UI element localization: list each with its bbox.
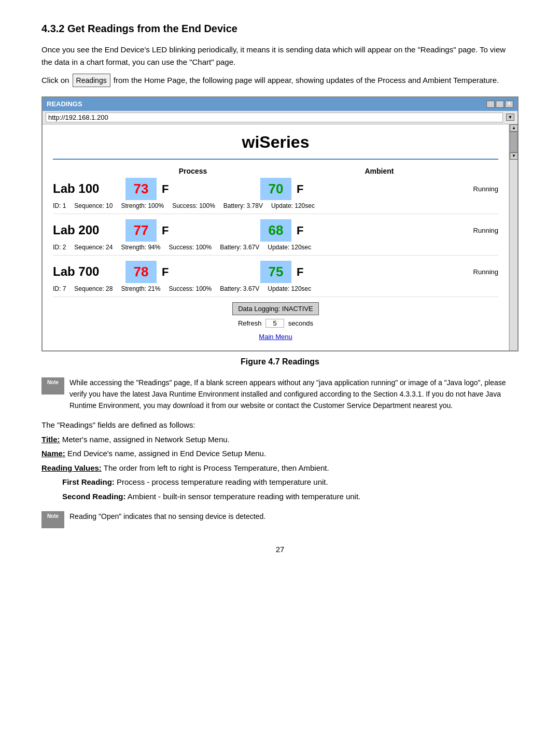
def-second-reading: Second Reading: Ambient - built-in senso…	[41, 490, 519, 503]
lab-block: Lab 100 73 F 70 F Running ID: 1 Sequence…	[53, 178, 498, 214]
def-title-text: Meter's name, assigned in Network Setup …	[62, 435, 230, 444]
note2-text: Reading "Open" indicates that no sensing…	[69, 511, 265, 523]
ambient-unit: F	[297, 222, 303, 239]
lab-battery: Battery: 3.78V	[223, 201, 263, 210]
lab-battery: Battery: 3.67V	[220, 243, 259, 252]
lab-update: Update: 120sec	[268, 284, 311, 293]
note2-icon: Note	[41, 511, 64, 528]
data-logging-button[interactable]: Data Logging: INACTIVE	[232, 302, 319, 316]
window-title: READINGS	[47, 99, 82, 109]
status-label: Running	[473, 226, 498, 236]
lab-strength: Strength: 21%	[121, 284, 160, 293]
process-unit: F	[162, 263, 169, 280]
note1-icon-triangle	[48, 387, 58, 393]
scrollbar[interactable]: ▲ ▼	[509, 124, 517, 351]
lab-strength: Strength: 94%	[121, 243, 160, 252]
process-unit: F	[162, 222, 169, 239]
lab-row-main: Lab 700 78 F 75 F Running	[53, 261, 498, 283]
note1-box: Note While accessing the "Readings" page…	[41, 377, 519, 411]
lab-sequence: Sequence: 24	[74, 243, 113, 252]
bottom-section: Data Logging: INACTIVE Refresh seconds M…	[53, 302, 498, 343]
note1-text: While accessing the "Readings" page, If …	[69, 377, 519, 411]
column-headers: Process Ambient	[53, 166, 498, 177]
section-heading: 4.3.2 Get Readings from the End Device	[41, 21, 519, 36]
wiseries-title: wiSeries	[53, 130, 498, 160]
process-unit: F	[162, 180, 169, 198]
def-title: Title: Meter's name, assigned in Network…	[41, 433, 519, 446]
def-name-text: End Device's name, assigned in End Devic…	[67, 449, 266, 458]
process-value: 78	[125, 261, 157, 283]
lab-block: Lab 200 77 F 68 F Running ID: 2 Sequence…	[53, 219, 498, 256]
def-second-reading-term: Second Reading:	[62, 492, 126, 501]
ambient-unit: F	[297, 263, 303, 280]
scrollbar-thumb[interactable]	[510, 132, 517, 152]
intro2-suffix: from the Home Page, the following page w…	[114, 76, 499, 85]
def-name-term: Name:	[41, 449, 65, 458]
page-number: 27	[41, 544, 519, 556]
process-value-wrap: 78 F	[125, 261, 260, 283]
definitions-intro: The "Readings" fields are defined as fol…	[41, 418, 519, 432]
note1-icon: Note	[41, 377, 64, 395]
ambient-header: Ambient	[260, 166, 498, 177]
ambient-unit: F	[297, 180, 303, 198]
lab-name: Lab 200	[53, 221, 125, 240]
lab-id: ID: 7	[53, 284, 66, 293]
readings-inline-button: Readings	[73, 74, 110, 87]
lab-row-main: Lab 100 73 F 70 F Running	[53, 178, 498, 200]
def-reading-values-term: Reading Values:	[41, 463, 102, 472]
minimize-button[interactable]: -	[486, 101, 495, 108]
def-first-reading-text: Process - process temperature reading wi…	[117, 477, 328, 486]
window-titlebar: READINGS - □ ✕	[43, 97, 517, 111]
go-button[interactable]: ▼	[506, 114, 514, 121]
ambient-value-wrap: 70 F Running	[260, 178, 498, 200]
process-header: Process	[125, 166, 260, 177]
def-name: Name: End Device's name, assigned in End…	[41, 447, 519, 460]
main-menu-link[interactable]: Main Menu	[259, 333, 292, 341]
def-title-term: Title:	[41, 435, 60, 444]
lab-name: Lab 700	[53, 262, 125, 281]
ambient-value-wrap: 75 F Running	[260, 261, 498, 283]
refresh-label: Refresh	[238, 319, 262, 327]
lab-strength: Strength: 100%	[121, 201, 164, 210]
window-controls[interactable]: - □ ✕	[486, 101, 513, 108]
refresh-row: Refresh seconds	[53, 318, 498, 329]
refresh-unit: seconds	[288, 319, 313, 327]
lab-blocks-container: Lab 100 73 F 70 F Running ID: 1 Sequence…	[53, 178, 498, 297]
lab-sequence: Sequence: 28	[74, 284, 113, 293]
intro2-prefix: Click on	[41, 76, 69, 85]
intro-paragraph-1: Once you see the End Device's LED blinki…	[41, 44, 519, 68]
ambient-value: 70	[260, 178, 291, 200]
readings-window: READINGS - □ ✕ ▼ wiSeries Process Ambien…	[41, 96, 519, 351]
note2-box: Note Reading "Open" indicates that no se…	[41, 511, 519, 528]
status-label: Running	[473, 267, 498, 277]
maximize-button[interactable]: □	[496, 101, 504, 108]
ambient-value-wrap: 68 F Running	[260, 219, 498, 242]
lab-detail-row: ID: 2 Sequence: 24 Strength: 94% Success…	[53, 243, 498, 252]
address-bar[interactable]	[46, 112, 503, 122]
note2-icon-triangle	[48, 521, 58, 527]
process-value: 77	[125, 219, 157, 242]
lab-update: Update: 120sec	[271, 201, 315, 210]
lab-update: Update: 120sec	[268, 243, 311, 252]
scroll-down-button[interactable]: ▼	[510, 152, 518, 160]
lab-id: ID: 1	[53, 201, 66, 210]
lab-success: Success: 100%	[172, 201, 215, 210]
intro-paragraph-2: Click on Readings from the Home Page, th…	[41, 74, 519, 87]
close-button[interactable]: ✕	[505, 101, 513, 108]
def-first-reading-term: First Reading:	[62, 477, 115, 486]
figure-caption: Figure 4.7 Readings	[41, 356, 519, 368]
lab-block: Lab 700 78 F 75 F Running ID: 7 Sequence…	[53, 261, 498, 297]
lab-id: ID: 2	[53, 243, 66, 252]
window-content: wiSeries Process Ambient Lab 100 73 F 70…	[43, 124, 509, 351]
lab-name: Lab 100	[53, 179, 125, 198]
lab-success: Success: 100%	[169, 243, 212, 252]
def-reading-values: Reading Values: The order from left to r…	[41, 461, 519, 475]
def-reading-values-text: The order from left to right is Process …	[104, 463, 329, 472]
window-toolbar: ▼	[43, 111, 517, 124]
def-first-reading: First Reading: Process - process tempera…	[41, 475, 519, 489]
lab-sequence: Sequence: 10	[74, 201, 113, 210]
refresh-input[interactable]	[265, 319, 284, 328]
scroll-up-button[interactable]: ▲	[510, 124, 518, 132]
ambient-value: 75	[260, 261, 291, 283]
definitions-section: The "Readings" fields are defined as fol…	[41, 418, 519, 503]
